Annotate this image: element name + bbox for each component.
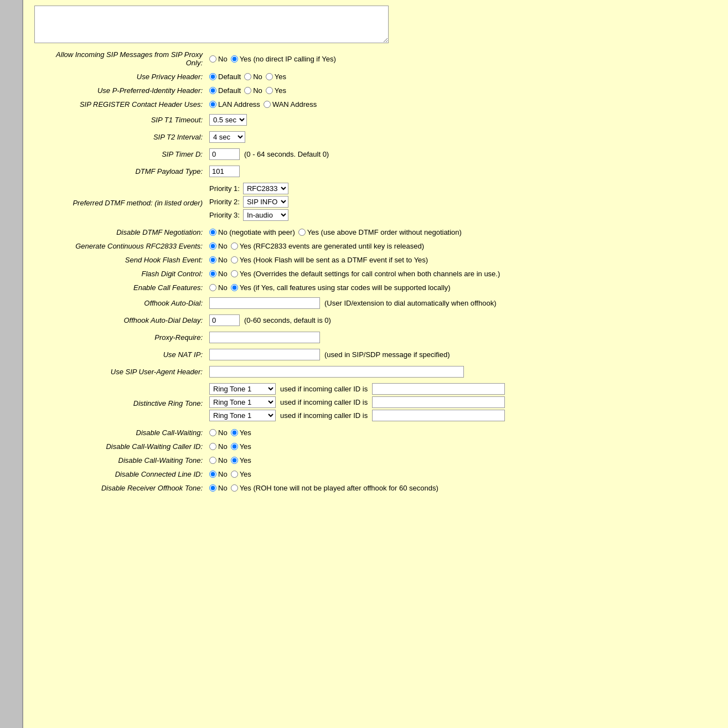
radio-hook-flash-yes[interactable]: Yes (Hook Flash will be sent as a DTMF e… xyxy=(231,256,428,264)
input-ring-tone-caller-id-1[interactable] xyxy=(372,383,505,395)
radio-call-waiting-no-input[interactable] xyxy=(209,429,216,436)
radio-p-preferred-yes[interactable]: Yes xyxy=(266,86,286,95)
radio-sip-register-wan-input[interactable] xyxy=(264,101,271,108)
radio-flash-digit-no[interactable]: No xyxy=(209,270,228,278)
value-use-p-preferred: Default No Yes xyxy=(206,84,717,97)
radio-privacy-yes[interactable]: Yes xyxy=(266,73,286,81)
radio-hook-flash-no-input[interactable] xyxy=(209,256,216,264)
input-proxy-require[interactable] xyxy=(209,332,320,343)
row-use-p-preferred: Use P-Preferred-Identity Header: Default… xyxy=(34,84,717,97)
value-use-nat-ip: (used in SIP/SDP message if specified) xyxy=(206,346,717,363)
radio-cw-caller-id-yes[interactable]: Yes xyxy=(231,442,251,451)
radio-sip-register-wan[interactable]: WAN Address xyxy=(264,100,317,109)
radio-connected-line-yes-input[interactable] xyxy=(231,471,238,478)
radio-connected-line-no[interactable]: No xyxy=(209,470,228,478)
input-use-sip-user-agent[interactable] xyxy=(209,366,464,378)
row-use-nat-ip: Use NAT IP: (used in SIP/SDP message if … xyxy=(34,346,717,363)
radio-allow-incoming-yes[interactable]: Yes (no direct IP calling if Yes) xyxy=(231,55,336,63)
radio-call-features-yes[interactable]: Yes (if Yes, call features using star co… xyxy=(231,283,451,292)
radio-allow-incoming-yes-input[interactable] xyxy=(231,55,238,63)
radio-call-features-yes-input[interactable] xyxy=(231,284,238,291)
radio-call-features-no-input[interactable] xyxy=(209,284,216,291)
radio-cw-tone-yes-input[interactable] xyxy=(231,457,238,464)
radio-hook-flash-no[interactable]: No xyxy=(209,256,228,264)
label-use-p-preferred: Use P-Preferred-Identity Header: xyxy=(34,84,206,97)
radio-allow-incoming-no-input[interactable] xyxy=(209,55,216,63)
select-ring-tone-2[interactable]: Ring Tone 1 Ring Tone 2 Ring Tone 3 Ring… xyxy=(209,396,276,408)
radio-connected-line-yes[interactable]: Yes xyxy=(231,470,251,478)
row-disable-call-waiting: Disable Call-Waiting: No Yes xyxy=(34,426,717,440)
row-sip-t2-interval: SIP T2 Interval: 4 sec 8 sec 16 sec xyxy=(34,128,717,146)
radio-gen-rfc-yes[interactable]: Yes (RFC2833 events are generated until … xyxy=(231,242,424,250)
radio-gen-rfc-yes-input[interactable] xyxy=(231,242,238,250)
radio-p-preferred-default[interactable]: Default xyxy=(209,86,241,95)
radio-cw-tone-yes[interactable]: Yes xyxy=(231,456,251,464)
radio-flash-digit-yes[interactable]: Yes (Overrides the default settings for … xyxy=(231,270,500,278)
row-offhook-auto-dial: Offhook Auto-Dial: (User ID/extension to… xyxy=(34,295,717,312)
select-priority1[interactable]: RFC2833 SIP INFO In-audio xyxy=(243,183,288,194)
radio-p-preferred-no[interactable]: No xyxy=(244,86,262,95)
input-ring-tone-caller-id-2[interactable] xyxy=(372,396,505,408)
input-ring-tone-caller-id-3[interactable] xyxy=(372,410,505,421)
radio-roh-tone-yes-input[interactable] xyxy=(231,484,238,492)
label-disable-connected-line-id: Disable Connected Line ID: xyxy=(34,467,206,481)
radio-call-waiting-yes[interactable]: Yes xyxy=(231,428,251,437)
radio-privacy-default[interactable]: Default xyxy=(209,73,241,81)
row-flash-digit-control: Flash Digit Control: No Yes (Overrides t… xyxy=(34,267,717,281)
top-textarea[interactable] xyxy=(34,6,389,43)
radio-allow-incoming-no[interactable]: No xyxy=(209,55,228,63)
radio-dtmf-neg-yes-input[interactable] xyxy=(298,229,306,236)
radio-cw-tone-yes-label: Yes xyxy=(240,456,251,464)
input-offhook-auto-dial-delay[interactable] xyxy=(209,314,240,326)
radio-dtmf-neg-no-input[interactable] xyxy=(209,229,216,236)
radio-dtmf-neg-yes[interactable]: Yes (use above DTMF order without negoti… xyxy=(298,228,462,236)
radio-sip-register-lan-input[interactable] xyxy=(209,101,216,108)
input-use-nat-ip[interactable] xyxy=(209,349,320,360)
radio-call-waiting-no-label: No xyxy=(218,428,228,437)
input-offhook-auto-dial[interactable] xyxy=(209,297,320,309)
select-sip-t2-interval[interactable]: 4 sec 8 sec 16 sec xyxy=(209,131,245,143)
radio-cw-caller-id-yes-input[interactable] xyxy=(231,443,238,450)
select-priority2[interactable]: SIP INFO RFC2833 In-audio xyxy=(243,196,288,208)
radio-privacy-yes-input[interactable] xyxy=(266,73,273,80)
radio-cw-tone-no[interactable]: No xyxy=(209,456,228,464)
select-priority3[interactable]: In-audio RFC2833 SIP INFO xyxy=(243,209,288,221)
select-ring-tone-1[interactable]: Ring Tone 1 Ring Tone 2 Ring Tone 3 Ring… xyxy=(209,383,276,395)
radio-gen-rfc-no-input[interactable] xyxy=(209,242,216,250)
radio-sip-register-lan[interactable]: LAN Address xyxy=(209,100,260,109)
form-table: Allow Incoming SIP Messages from SIP Pro… xyxy=(34,48,717,495)
radio-roh-tone-no-input[interactable] xyxy=(209,484,216,492)
radio-privacy-no-input[interactable] xyxy=(244,73,251,80)
radio-roh-tone-yes-label: Yes (ROH tone will not be played after o… xyxy=(240,484,438,492)
radio-flash-digit-no-input[interactable] xyxy=(209,270,216,277)
radio-cw-caller-id-no[interactable]: No xyxy=(209,442,228,451)
sidebar xyxy=(0,0,23,728)
label-sip-register-contact: SIP REGISTER Contact Header Uses: xyxy=(34,97,206,111)
radio-cw-caller-id-no-input[interactable] xyxy=(209,443,216,450)
radio-cw-tone-no-input[interactable] xyxy=(209,457,216,464)
select-ring-tone-3[interactable]: Ring Tone 1 Ring Tone 2 Ring Tone 3 Ring… xyxy=(209,410,276,421)
offhook-auto-dial-delay-note: (0-60 seconds, default is 0) xyxy=(244,316,331,324)
radio-connected-line-no-input[interactable] xyxy=(209,471,216,478)
radio-gen-rfc-no[interactable]: No xyxy=(209,242,228,250)
select-sip-t1-timeout[interactable]: 0.5 sec 1 sec 2 sec 4 sec xyxy=(209,114,247,126)
value-disable-call-waiting-tone: No Yes xyxy=(206,453,717,467)
input-sip-timer-d[interactable] xyxy=(209,148,240,160)
radio-gen-rfc-no-label: No xyxy=(218,242,228,250)
radio-p-preferred-no-input[interactable] xyxy=(244,87,251,94)
row-use-privacy-header: Use Privacy Header: Default No xyxy=(34,70,717,84)
radio-p-preferred-default-input[interactable] xyxy=(209,87,216,94)
input-dtmf-payload-type[interactable] xyxy=(209,166,240,177)
radio-dtmf-neg-no[interactable]: No (negotiate with peer) xyxy=(209,228,295,236)
radio-privacy-default-input[interactable] xyxy=(209,73,216,80)
radio-roh-tone-yes[interactable]: Yes (ROH tone will not be played after o… xyxy=(231,484,438,492)
value-disable-call-waiting: No Yes xyxy=(206,426,717,440)
radio-call-features-no[interactable]: No xyxy=(209,283,228,292)
radio-call-waiting-yes-input[interactable] xyxy=(231,429,238,436)
radio-p-preferred-yes-input[interactable] xyxy=(266,87,273,94)
radio-flash-digit-yes-input[interactable] xyxy=(231,270,238,277)
radio-privacy-no[interactable]: No xyxy=(244,73,262,81)
radio-hook-flash-yes-input[interactable] xyxy=(231,256,238,264)
radio-call-waiting-no[interactable]: No xyxy=(209,428,228,437)
radio-roh-tone-no[interactable]: No xyxy=(209,484,228,492)
